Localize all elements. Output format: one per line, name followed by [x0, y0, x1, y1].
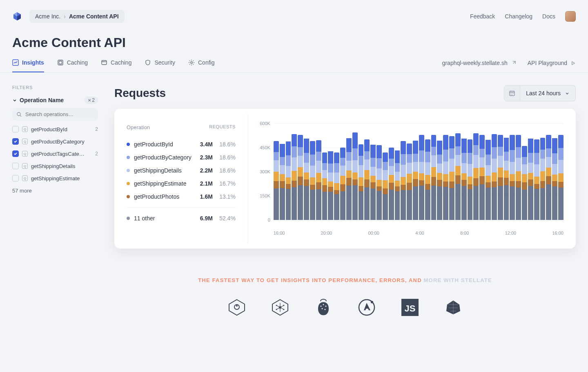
checkbox[interactable] [12, 175, 19, 182]
playground-link[interactable]: API Playground [528, 60, 576, 66]
chart-bar[interactable] [425, 139, 430, 220]
checkbox[interactable] [12, 150, 19, 157]
operation-row[interactable]: getShippingDetails 2.2M 18.6% [127, 164, 236, 177]
chart-bar[interactable] [473, 133, 479, 220]
operation-row[interactable]: getProductPhotos 1.6M 13.1% [127, 190, 236, 203]
checkbox[interactable] [12, 126, 19, 132]
breadcrumb-org[interactable]: Acme Inc. [35, 13, 60, 20]
legend-dot [127, 143, 130, 146]
filter-item[interactable]: Q getProductByCategory [12, 137, 98, 146]
chart-bar[interactable] [431, 135, 437, 220]
chart-bar[interactable] [364, 139, 370, 220]
chart-bar[interactable] [479, 135, 485, 220]
chart-bar[interactable] [516, 135, 521, 220]
chart-bar[interactable] [334, 152, 339, 220]
chart-bar[interactable] [546, 135, 551, 220]
chart-bar[interactable] [389, 148, 394, 220]
chart-bar[interactable] [359, 144, 364, 220]
chart-bar[interactable] [292, 134, 297, 220]
tab-security[interactable]: Security [145, 59, 175, 72]
tab-config[interactable]: Config [188, 59, 214, 72]
svg-text:JS: JS [405, 303, 416, 314]
chart-bar[interactable] [443, 135, 448, 220]
legend-dot [127, 195, 130, 198]
chart-bar[interactable] [395, 150, 400, 220]
chart-bar[interactable] [504, 137, 509, 220]
chart-bar[interactable] [534, 139, 539, 220]
search-operations-input[interactable] [25, 111, 94, 117]
breadcrumb-project[interactable]: Acme Content API [69, 13, 119, 20]
filter-item-name: getShippingDetails [31, 163, 95, 169]
tab-caching-2[interactable]: Caching [101, 59, 131, 72]
feedback-link[interactable]: Feedback [470, 13, 495, 20]
operation-pct: 16.7% [217, 180, 236, 187]
chart-bar[interactable] [370, 144, 376, 220]
operation-row[interactable]: getShippingEstimate 2.1M 16.7% [127, 177, 236, 190]
checkbox[interactable] [12, 138, 19, 145]
chart-bar[interactable] [510, 135, 515, 220]
time-range-dropdown[interactable]: Last 24 hours [520, 85, 576, 101]
brand-logo-icon [12, 11, 22, 21]
marketing-tagline: THE FASTEST WAY TO GET INSIGHTS INTO PER… [114, 277, 576, 283]
chart-bar[interactable] [383, 152, 388, 220]
chart-bar[interactable] [346, 138, 352, 220]
chart-bar[interactable] [413, 140, 418, 220]
chart-bar[interactable] [352, 132, 358, 220]
chart-bar[interactable] [498, 135, 503, 220]
chart-bar[interactable] [310, 141, 315, 220]
svg-marker-12 [229, 300, 245, 315]
breadcrumb[interactable]: Acme Inc. › Acme Content API [29, 10, 125, 23]
chevron-down-icon [565, 91, 570, 96]
filter-group-toggle[interactable]: Operation Name ✕ 2 [12, 96, 98, 104]
operation-row-other[interactable]: 11 other 6.9M 52.4% [127, 212, 236, 225]
search-operations[interactable] [12, 108, 98, 121]
operation-row[interactable]: getProductByCategory 2.3M 18.6% [127, 151, 236, 164]
chart-bar[interactable] [522, 146, 527, 220]
svg-point-24 [322, 308, 323, 309]
operation-row[interactable]: getProductById 3.4M 18.6% [127, 138, 236, 151]
operation-value: 2.2M [196, 167, 213, 174]
endpoint-link[interactable]: graphql-weekly.stellate.sh [442, 60, 516, 66]
tab-insights[interactable]: Insights [12, 59, 44, 72]
tab-caching[interactable]: Caching [57, 59, 88, 72]
chart-bar[interactable] [468, 139, 473, 220]
filter-item[interactable]: Q getProductById 2 [12, 125, 98, 134]
chart-bar[interactable] [455, 133, 461, 220]
chart-bar[interactable] [461, 138, 467, 220]
chart-bar[interactable] [407, 143, 412, 220]
checkbox[interactable] [12, 163, 19, 169]
chart-bar[interactable] [437, 140, 442, 220]
docs-link[interactable]: Docs [542, 13, 555, 20]
chart-bar[interactable] [401, 141, 406, 220]
database-icon [57, 59, 64, 66]
avatar[interactable] [565, 11, 576, 22]
chart-bar[interactable] [492, 134, 497, 220]
chart-bar[interactable] [322, 152, 327, 220]
filter-count-badge[interactable]: ✕ 2 [85, 96, 98, 104]
chart-bar[interactable] [528, 138, 533, 220]
chart-bar[interactable] [304, 138, 309, 220]
changelog-link[interactable]: Changelog [505, 13, 532, 20]
chart-bar[interactable] [298, 135, 303, 220]
tabs: Insights Caching Caching Security Config [12, 59, 214, 72]
filter-item[interactable]: Q getShippingEstimate [12, 174, 98, 183]
calendar-button[interactable] [504, 85, 520, 101]
x-axis-label: 8:00 [460, 231, 469, 235]
y-axis-label: 450K [254, 145, 270, 150]
chart-bar[interactable] [316, 140, 321, 220]
filters-more-link[interactable]: 57 more [12, 188, 98, 194]
chart-bar[interactable] [376, 145, 382, 220]
chart-bar[interactable] [558, 135, 564, 220]
chart-bar[interactable] [274, 141, 279, 220]
chart-bar[interactable] [328, 151, 333, 220]
chart-bar[interactable] [449, 136, 454, 220]
chart-bar[interactable] [280, 143, 285, 220]
filter-item[interactable]: Q getShippingDetails [12, 161, 98, 170]
chart-bar[interactable] [552, 138, 557, 220]
chart-bar[interactable] [286, 141, 291, 220]
chart-bar[interactable] [540, 138, 546, 220]
chart-bar[interactable] [486, 139, 491, 220]
chart-bar[interactable] [419, 135, 424, 220]
chart-bar[interactable] [340, 148, 345, 220]
filter-item[interactable]: Q getProductTagsCate… 2 [12, 149, 98, 158]
